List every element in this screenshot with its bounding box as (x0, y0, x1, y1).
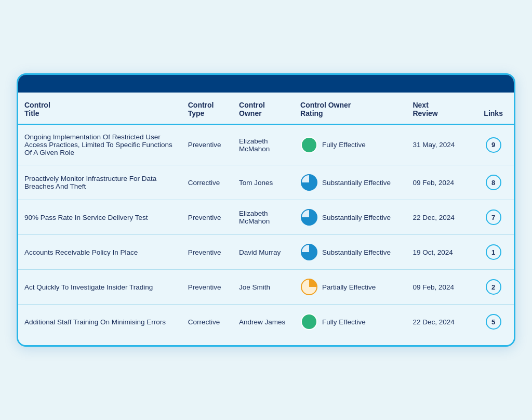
svg-point-1 (304, 140, 314, 150)
cell-rating: Partially Effective (294, 270, 406, 305)
rating-label: Fully Effective (322, 318, 366, 326)
cell-review: 22 Dec, 2024 (406, 200, 473, 235)
links-badge[interactable]: 8 (486, 175, 501, 190)
cell-owner: David Murray (233, 235, 294, 270)
cell-owner: Elizabeth McMahon (233, 200, 294, 235)
control-table: ControlTitle ControlType ControlOwner Co… (18, 93, 514, 339)
links-badge[interactable]: 7 (486, 209, 501, 225)
cell-title: Accounts Receivable Policy In Place (18, 235, 182, 270)
cell-type: Corrective (182, 305, 233, 339)
cell-links[interactable]: 9 (473, 124, 514, 165)
rating-label: Substantially Effective (322, 214, 391, 221)
cell-review: 19 Oct, 2024 (406, 235, 473, 270)
table-header-row: ControlTitle ControlType ControlOwner Co… (18, 93, 514, 124)
table-row: Act Quickly To Investigate Insider Tradi… (18, 270, 514, 305)
rating-icon-full (300, 136, 318, 154)
cell-type: Preventive (182, 235, 233, 270)
rating-icon-substantial (300, 243, 318, 261)
cell-title: Additional Staff Training On Minimising … (18, 305, 182, 339)
cell-links[interactable]: 7 (473, 200, 514, 235)
rating-icon-full (300, 313, 318, 331)
links-badge[interactable]: 2 (486, 279, 501, 295)
table-row: Proactively Monitor Infrastructure For D… (18, 165, 514, 200)
cell-review: 09 Feb, 2024 (406, 270, 473, 305)
links-badge[interactable]: 5 (486, 314, 501, 330)
rating-icon-substantial (300, 208, 318, 226)
rating-label: Substantially Effective (322, 179, 391, 187)
card-header (18, 75, 514, 93)
cell-review: 31 May, 2024 (406, 124, 473, 165)
rating-label: Partially Effective (322, 283, 376, 291)
rating-icon-substantial (300, 174, 318, 191)
table-row: 90% Pass Rate In Service Delivery Test P… (18, 200, 514, 235)
cell-rating: Fully Effective (294, 124, 406, 165)
cell-owner: Elizabeth McMahon (233, 124, 294, 165)
card-body: ControlTitle ControlType ControlOwner Co… (18, 93, 514, 345)
cell-type: Corrective (182, 165, 233, 200)
cell-rating: Substantially Effective (294, 235, 406, 270)
links-badge[interactable]: 1 (486, 244, 501, 260)
rating-label: Substantially Effective (322, 248, 391, 256)
cell-title: Ongoing Implementation Of Restricted Use… (18, 124, 182, 165)
rating-label: Fully Effective (322, 141, 366, 149)
cell-owner: Joe Smith (233, 270, 294, 305)
control-register-card: ControlTitle ControlType ControlOwner Co… (17, 73, 515, 347)
table-row: Accounts Receivable Policy In Place Prev… (18, 235, 514, 270)
cell-review: 09 Feb, 2024 (406, 165, 473, 200)
cell-owner: Andrew James (233, 305, 294, 339)
cell-type: Preventive (182, 124, 233, 165)
col-header-owner: ControlOwner (233, 93, 294, 124)
cell-type: Preventive (182, 200, 233, 235)
cell-links[interactable]: 5 (473, 305, 514, 339)
cell-title: 90% Pass Rate In Service Delivery Test (18, 200, 182, 235)
col-header-review: NextReview (406, 93, 473, 124)
cell-owner: Tom Jones (233, 165, 294, 200)
col-header-links: Links (473, 93, 514, 124)
cell-title: Act Quickly To Investigate Insider Tradi… (18, 270, 182, 305)
svg-point-7 (304, 317, 314, 327)
table-row: Additional Staff Training On Minimising … (18, 305, 514, 339)
links-badge[interactable]: 9 (486, 137, 501, 153)
cell-links[interactable]: 2 (473, 270, 514, 305)
cell-rating: Substantially Effective (294, 165, 406, 200)
cell-links[interactable]: 1 (473, 235, 514, 270)
cell-type: Preventive (182, 270, 233, 305)
cell-rating: Substantially Effective (294, 200, 406, 235)
col-header-title: ControlTitle (18, 93, 182, 124)
col-header-rating: Control OwnerRating (294, 93, 406, 124)
col-header-type: ControlType (182, 93, 233, 124)
cell-rating: Fully Effective (294, 305, 406, 339)
table-row: Ongoing Implementation Of Restricted Use… (18, 124, 514, 165)
cell-title: Proactively Monitor Infrastructure For D… (18, 165, 182, 200)
cell-links[interactable]: 8 (473, 165, 514, 200)
rating-icon-partial (300, 278, 318, 296)
cell-review: 22 Dec, 2024 (406, 305, 473, 339)
